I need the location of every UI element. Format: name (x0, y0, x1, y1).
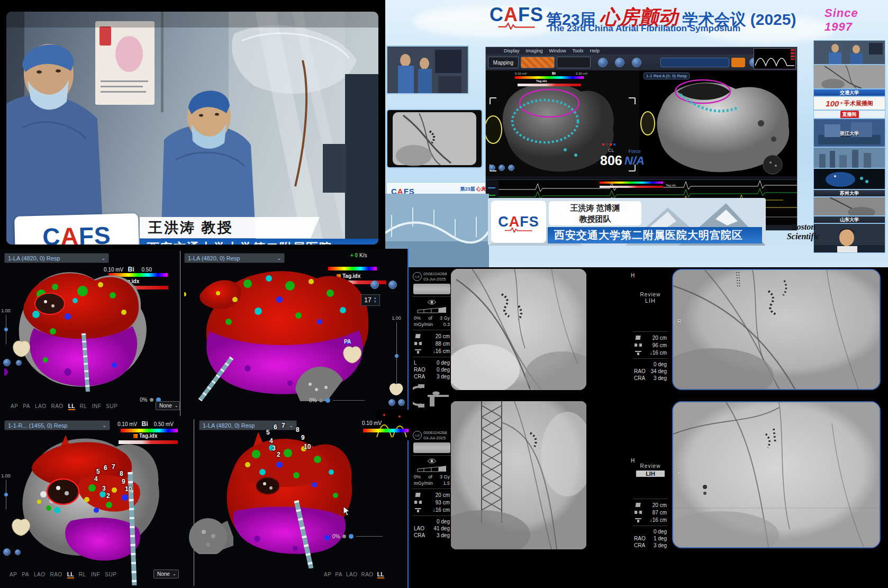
spinner-up-icon[interactable]: ▲ (374, 296, 377, 300)
zoom-view-button[interactable] (632, 58, 641, 67)
fluoro-art-3 (451, 401, 586, 549)
heart-orientation-icon[interactable] (11, 518, 32, 537)
map-name-pill[interactable]: 1-1 Red A (0, 0) Resp (644, 73, 690, 79)
zoom-slider-strip[interactable]: 1.00 (391, 315, 402, 386)
study-id: 0006104268 (423, 272, 447, 276)
dose-rate-row: mGy/min1.5 (413, 480, 451, 486)
orient-pa[interactable]: PA (335, 572, 342, 578)
orient-ap[interactable]: AP (10, 572, 17, 578)
tag-filter-dropdown-a[interactable]: None ⌄ (156, 401, 180, 410)
chevron-down-icon: ⌄ (277, 256, 281, 261)
orient-inf[interactable]: INF (91, 572, 101, 578)
cl-value: 806 (600, 153, 622, 168)
thumb-fluoro2[interactable] (813, 197, 885, 216)
view-control-button[interactable] (388, 399, 395, 406)
mouse-cursor (343, 506, 350, 515)
map-selector-b[interactable]: 1-LA (4820, 0) Resp ⌄ (184, 253, 285, 263)
spinner-down-icon[interactable]: ▼ (374, 300, 377, 304)
map-title: 1-LA (4820, 0) Resp (8, 255, 60, 261)
signal-selector-bar[interactable] (660, 58, 729, 67)
ecg-tag-label: Tag.idx (666, 184, 676, 187)
orient-sup[interactable]: SUP (106, 403, 117, 410)
team-names: 王洪涛 范博渊 教授团队 (549, 201, 641, 225)
orient-ll[interactable]: LL (67, 572, 74, 578)
menu-display[interactable]: Display (504, 48, 520, 53)
hospital-banner: 西安交通大学第二附属医院大明宫院区 (548, 227, 762, 243)
menu-tools[interactable]: Tools (573, 48, 584, 53)
fluoroscopy-grid: GE 0006104268 03-Jul-2025 0%of3 Gy mGy/m… (409, 267, 888, 588)
view-control-button[interactable] (3, 548, 11, 556)
thumb-zhejiang[interactable]: 浙江大学 (813, 119, 885, 147)
map-selector-c[interactable]: 1-1-R... (1455, 0) Resp ⌄ (4, 420, 110, 430)
orient-ll[interactable]: LL (68, 403, 75, 410)
sid-icon (414, 499, 422, 505)
orient-sup[interactable]: SUP (105, 572, 116, 578)
menu-window[interactable]: Window (549, 48, 566, 53)
map-selector-a[interactable]: 1-LA (4820, 0) Resp ⌄ (4, 253, 109, 263)
view-control-button[interactable] (499, 165, 505, 171)
orient-rl[interactable]: RL (80, 403, 87, 410)
map-view-right (640, 70, 798, 176)
freeze-button[interactable] (370, 281, 379, 289)
review-label: Review (633, 292, 668, 297)
orient-lao[interactable]: LAO (35, 403, 47, 410)
active-tool-button[interactable] (521, 57, 555, 68)
view-control-button[interactable] (489, 165, 495, 171)
orient-rao[interactable]: RAO (51, 403, 63, 410)
menu-help[interactable]: Help (590, 48, 600, 53)
angle-row: 0 deg (413, 518, 451, 525)
view-control-button[interactable] (508, 165, 514, 171)
loop-name-highlighted[interactable]: LIH (636, 471, 665, 477)
patient-name-redacted (413, 284, 450, 294)
heart-view-button[interactable] (598, 58, 608, 67)
menu-imaging[interactable]: Imaging (526, 48, 543, 53)
dose-row: 0%of3 Gy (413, 474, 451, 480)
angle-row: 0 deg (633, 528, 668, 535)
thumb-mapping-video[interactable] (813, 168, 885, 189)
table-icon (414, 506, 422, 513)
orient-rl[interactable]: RL (79, 572, 86, 578)
thumb-caption-jiaotong[interactable]: 交通大学 (813, 89, 885, 96)
boston-scientific-logo: Boston Scientific (780, 222, 827, 241)
orient-pa[interactable]: PA (22, 572, 29, 578)
rotate-view-button[interactable] (615, 58, 624, 67)
heart-orientation-icon[interactable] (342, 345, 363, 364)
zoom-slider-c[interactable]: 1.00 (0, 473, 12, 510)
view-control-button[interactable] (16, 360, 22, 366)
transparency-readout-d[interactable]: 0% (332, 533, 383, 539)
beats-spinner[interactable]: 17 ▲▼ (361, 294, 380, 306)
mapping-button[interactable]: Mapping (488, 57, 519, 68)
fov-row: 20 cm (413, 491, 451, 499)
acquire-button[interactable] (731, 58, 745, 67)
thumb-live-hall[interactable]: 100 + 手术展播阁 (813, 96, 885, 110)
transparency-readout-b[interactable]: 0% (309, 397, 365, 403)
tag-filter-dropdown-c[interactable]: None ⌄ (153, 569, 179, 578)
zoom-slider-a[interactable]: 1.00 (0, 308, 12, 345)
orient-ap[interactable]: AP (11, 403, 18, 410)
thumb-fluoro-video[interactable] (813, 65, 885, 89)
angle-row: LAO41 deg (413, 525, 451, 532)
orient-rao[interactable]: RAO (361, 572, 373, 578)
map-title: 1-1-R... (1455, 0) Resp (8, 422, 68, 429)
team-line1: 王洪涛 范博渊 (570, 202, 620, 213)
view-control-button[interactable] (15, 549, 21, 555)
panel-divider (194, 419, 194, 586)
thumb-or-video[interactable] (813, 40, 885, 65)
heart-orientation-icon[interactable] (12, 340, 32, 358)
thumb-live-badge[interactable]: 直播间 (813, 110, 885, 119)
orient-lao[interactable]: LAO (34, 572, 46, 578)
orient-lao[interactable]: LAO (346, 572, 358, 578)
orient-inf[interactable]: INF (92, 403, 102, 410)
orient-rao[interactable]: RAO (50, 572, 62, 578)
tool-button[interactable] (557, 57, 591, 68)
view-control-button[interactable] (3, 359, 11, 366)
orient-ap[interactable]: AP (324, 572, 331, 578)
snapshot-button[interactable] (388, 281, 397, 289)
view-control-button[interactable] (398, 399, 405, 406)
tag-colorbar (518, 84, 581, 86)
orient-pa[interactable]: PA (23, 403, 30, 410)
orient-ll[interactable]: LL (377, 572, 384, 578)
thumb-caption-suzhou[interactable]: 苏州大学 (813, 189, 885, 197)
review-label: Review (633, 463, 668, 469)
thumb-city[interactable] (813, 147, 885, 168)
